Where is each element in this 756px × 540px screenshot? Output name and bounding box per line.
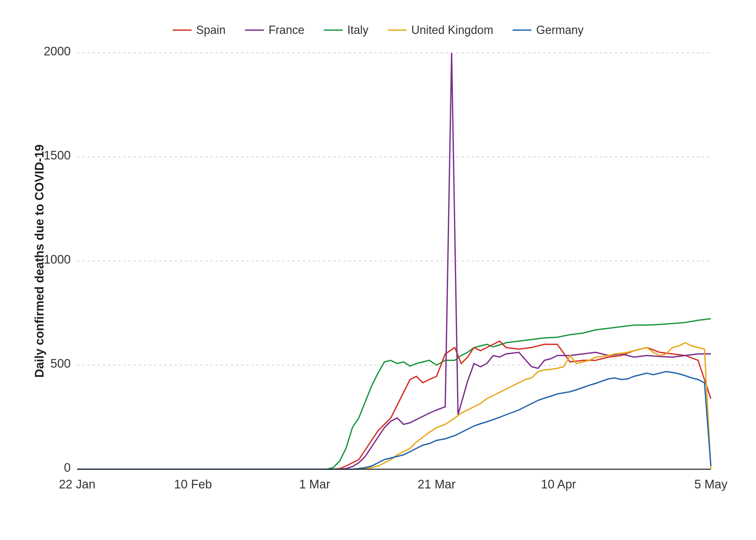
chart-container: Spain France Italy United Kingdom German… bbox=[26, 17, 730, 523]
legend-item-germany: Germany bbox=[512, 23, 584, 37]
chart-svg: 0 500 1000 1500 2000 Daily confirmed dea… bbox=[26, 40, 730, 514]
svg-text:1500: 1500 bbox=[44, 149, 71, 162]
svg-text:Daily confirmed deaths due to : Daily confirmed deaths due to COVID-19 bbox=[33, 144, 46, 378]
svg-text:22 Jan: 22 Jan bbox=[59, 477, 95, 491]
legend-line-spain bbox=[172, 30, 192, 31]
legend-label-france: France bbox=[269, 23, 304, 37]
svg-text:5 May: 5 May bbox=[694, 477, 727, 491]
legend-label-uk: United Kingdom bbox=[411, 23, 493, 37]
legend-line-france bbox=[245, 30, 264, 31]
svg-text:500: 500 bbox=[51, 357, 71, 370]
svg-text:1 Mar: 1 Mar bbox=[299, 477, 330, 491]
svg-text:0: 0 bbox=[64, 461, 71, 474]
legend-label-germany: Germany bbox=[536, 23, 584, 37]
legend-line-germany bbox=[512, 30, 532, 31]
line-italy bbox=[77, 319, 711, 469]
line-germany bbox=[77, 371, 711, 469]
svg-text:21 Mar: 21 Mar bbox=[418, 477, 456, 491]
legend-item-france: France bbox=[245, 23, 304, 37]
svg-text:2000: 2000 bbox=[44, 45, 71, 58]
svg-text:10 Apr: 10 Apr bbox=[541, 477, 576, 491]
svg-text:1000: 1000 bbox=[44, 253, 71, 266]
chart-legend: Spain France Italy United Kingdom German… bbox=[26, 17, 730, 40]
svg-text:10 Feb: 10 Feb bbox=[174, 477, 212, 491]
legend-label-italy: Italy bbox=[347, 23, 369, 37]
legend-line-uk bbox=[387, 30, 407, 31]
legend-item-uk: United Kingdom bbox=[387, 23, 493, 37]
line-spain bbox=[77, 341, 711, 469]
legend-line-italy bbox=[324, 30, 343, 31]
legend-item-italy: Italy bbox=[324, 23, 369, 37]
legend-label-spain: Spain bbox=[196, 23, 226, 37]
legend-item-spain: Spain bbox=[172, 23, 226, 37]
